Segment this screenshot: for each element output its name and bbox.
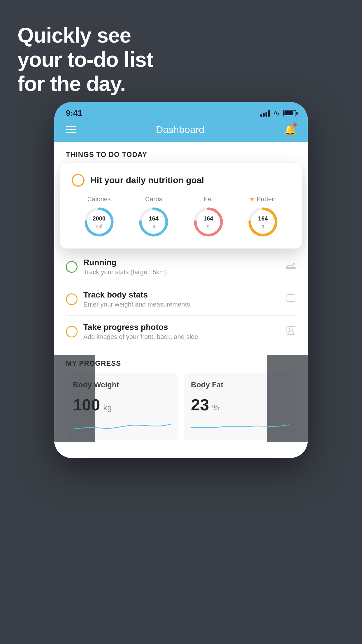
todo-list: Running Track your stats (target: 5km) T… [54,251,308,348]
body-stats-text: Track body stats Enter your weight and m… [83,290,280,308]
fat-ring: 164g [192,206,224,238]
headline: Quickly see your to-do list for the day. [17,23,153,96]
progress-section-title: MY PROGRESS [66,359,296,368]
phone-bottom-spacer [54,446,308,458]
body-weight-title: Body Weight [73,380,171,389]
status-time: 9:41 [66,108,82,118]
body-fat-title: Body Fat [191,380,289,389]
running-title: Running [83,258,280,267]
nutrition-grid: Calories 2000cal Carbs [72,195,290,238]
nav-title: Dashboard [156,124,204,135]
nutrition-protein: ★ Protein 164g [247,195,279,238]
body-fat-value: 23 [191,396,209,414]
svg-point-12 [289,328,292,331]
body-stats-subtitle: Enter your weight and measurements [83,301,280,308]
body-weight-unit: kg [103,403,112,412]
card-header: Hit your daily nutrition goal [72,174,290,187]
shoe-icon [286,260,296,273]
headline-line3: for the day. [17,72,153,96]
things-section-title: THINGS TO DO TODAY [66,150,296,159]
photos-circle [66,326,78,337]
status-icons: ∿ [260,109,296,118]
photos-title: Take progress photos [83,323,280,332]
notification-dot [293,123,297,127]
phone-frame: 9:41 ∿ Dashboard 🔔 [54,102,308,458]
calories-label: Calories [87,195,111,203]
nutrition-fat: Fat 164g [192,195,224,238]
body-stats-title: Track body stats [83,290,280,300]
app-content: THINGS TO DO TODAY Hit your daily nutrit… [54,142,308,458]
nutrition-card-title: Hit your daily nutrition goal [90,175,204,185]
running-text: Running Track your stats (target: 5km) [83,258,280,276]
status-bar: 9:41 ∿ [54,102,308,120]
body-weight-card[interactable]: Body Weight 100 kg [66,373,178,440]
todo-item-body-stats[interactable]: Track body stats Enter your weight and m… [66,283,296,316]
calories-value: 2000cal [93,215,106,229]
nutrition-calories: Calories 2000cal [83,195,115,238]
protein-star-icon: ★ [249,195,255,203]
protein-value: 164g [258,215,268,229]
photos-subtitle: Add images of your front, back, and side [83,333,280,341]
nutrition-carbs: Carbs 164g [138,195,170,238]
carbs-value: 164g [149,215,159,229]
body-fat-unit: % [212,403,219,412]
protein-label: Protein [256,195,277,203]
headline-line2: your to-do list [17,48,153,72]
protein-label-row: ★ Protein [249,195,277,203]
body-weight-value: 100 [73,396,100,414]
carbs-label: Carbs [145,195,162,203]
todo-item-running[interactable]: Running Track your stats (target: 5km) [66,251,296,283]
protein-ring: 164g [247,206,279,238]
todo-item-photos[interactable]: Take progress photos Add images of your … [66,316,296,348]
calories-ring: 2000cal [83,206,115,238]
scale-icon [286,293,296,306]
progress-grid: Body Weight 100 kg Body Fat 23 [66,373,296,440]
things-section: THINGS TO DO TODAY [54,142,308,159]
fat-value: 164g [203,215,213,229]
person-icon [286,325,296,338]
body-weight-chart [73,419,171,433]
signal-icon [260,110,270,117]
body-stats-circle [66,293,78,305]
body-fat-chart [191,419,289,433]
running-circle [66,261,78,273]
fat-label: Fat [204,195,213,203]
nutrition-checkbox[interactable] [72,174,85,187]
photos-text: Take progress photos Add images of your … [83,323,280,341]
progress-section: MY PROGRESS Body Weight 100 kg [54,348,308,446]
nav-bar: Dashboard 🔔 [54,120,308,142]
body-fat-card[interactable]: Body Fat 23 % [184,373,296,440]
battery-icon [283,110,296,116]
carbs-ring: 164g [138,206,170,238]
wifi-icon: ∿ [273,109,280,118]
running-subtitle: Track your stats (target: 5km) [83,268,280,276]
hamburger-menu-button[interactable] [66,126,76,133]
nutrition-card: Hit your daily nutrition goal Calories 2… [60,163,302,249]
bell-button[interactable]: 🔔 [284,124,296,135]
headline-line1: Quickly see [17,23,153,48]
